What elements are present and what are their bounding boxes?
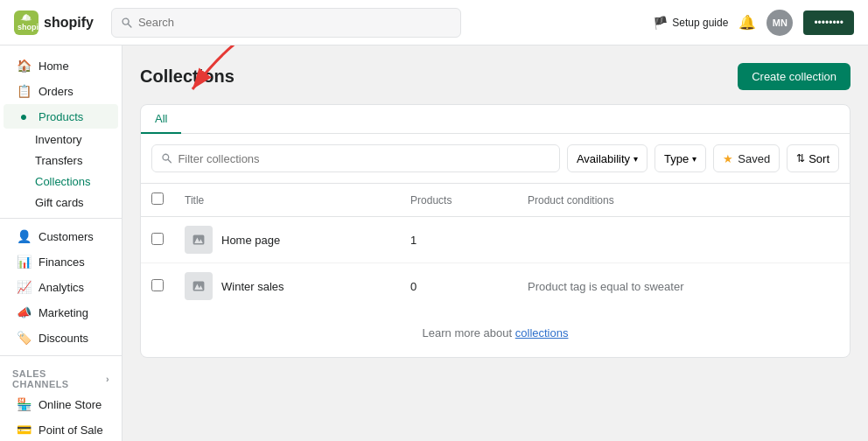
sidebar-label-customers: Customers [38,230,94,243]
filter-collections-input[interactable] [178,152,550,165]
learn-more-section: Learn more about collections [141,309,850,357]
sidebar-sub-inventory[interactable]: Inventory [4,130,118,150]
search-icon [121,17,133,29]
saved-btn[interactable]: ★ Saved [713,144,780,172]
sidebar-sub-collections[interactable]: Collections [4,172,118,192]
row-2-checkbox-cell [141,263,174,310]
table-row: Winter sales 0 Product tag is equal to s… [141,263,850,310]
row-1-collection-name: Home page [185,226,389,254]
flag-icon: 🏴 [653,16,668,30]
svg-text:shopify: shopify [18,23,38,32]
sidebar-item-point-of-sale[interactable]: 💳 Point of Sale [4,417,118,441]
sales-channels-section: Sales channels › [0,361,122,391]
store-button[interactable]: •••••••• [803,10,854,35]
tab-all[interactable]: All [141,105,181,134]
search-bar-container [111,8,461,38]
col-title: Title [174,184,400,217]
sidebar-label-marketing: Marketing [38,306,88,319]
saved-label: Saved [738,152,770,165]
sidebar-label-discounts: Discounts [38,332,88,345]
sort-btn[interactable]: ⇅ Sort [787,144,839,172]
sidebar-label-pos: Point of Sale [38,424,103,437]
sidebar-item-home[interactable]: 🏠 Home [4,53,118,78]
row-2-products-count: 0 [410,280,416,293]
page-title: Collections [140,66,234,87]
type-label: Type [664,152,689,165]
learn-more-link[interactable]: collections [515,326,569,340]
row-2-checkbox[interactable] [151,279,164,291]
expand-icon[interactable]: › [106,374,109,384]
logo[interactable]: shopify shopify [14,10,94,35]
sidebar-item-analytics[interactable]: 📈 Analytics [4,275,118,299]
analytics-icon: 📈 [16,280,32,294]
search-input[interactable] [138,16,452,29]
sidebar-sub-gift-cards[interactable]: Gift cards [4,192,118,213]
learn-more-text: Learn more about [423,326,515,340]
sidebar-label-analytics: Analytics [38,281,84,294]
row-2-thumbnail [185,272,213,300]
sidebar-label-online-store: Online Store [38,398,102,411]
table-header: Title Products Product conditions [141,184,850,217]
sidebar-item-discounts[interactable]: 🏷️ Discounts [4,326,118,350]
table-toolbar: Availability ▾ Type ▾ ★ Saved ⇅ [141,134,850,184]
sidebar-item-finances[interactable]: 📊 Finances [4,249,118,274]
setup-guide-btn[interactable]: 🏴 Setup guide [653,16,728,30]
sales-channels-label: Sales channels [12,368,106,389]
availability-caret-icon: ▾ [634,154,638,164]
pos-icon: 💳 [16,423,32,437]
finances-icon: 📊 [16,255,32,269]
sidebar-item-customers[interactable]: 👤 Customers [4,224,118,248]
sidebar-sub-transfers[interactable]: Transfers [4,150,118,171]
collections-table-card: All Availability ▾ [140,104,850,358]
sidebar-item-online-store[interactable]: 🏪 Online Store [4,392,118,416]
filter-search-icon [161,152,172,164]
row-1-products-cell: 1 [400,217,517,263]
sidebar-item-orders[interactable]: 📋 Orders [4,79,118,103]
page-header: Collections Create collection [140,63,850,90]
row-1-checkbox-cell [141,217,174,263]
shopify-logo-icon: shopify [14,10,38,35]
collections-table: Title Products Product conditions [141,184,850,309]
type-caret-icon: ▾ [692,154,696,164]
col-product-conditions: Product conditions [517,184,850,217]
table-body: Home page 1 [141,217,850,310]
sidebar-item-marketing[interactable]: 📣 Marketing [4,300,118,325]
sidebar-item-products[interactable]: ● Products [4,104,118,129]
row-2-conditions-cell: Product tag is equal to sweater [517,263,850,310]
transfers-label: Transfers [35,154,82,167]
row-1-checkbox[interactable] [151,233,164,245]
sort-label: Sort [808,152,830,165]
row-2-conditions: Product tag is equal to sweater [528,280,684,293]
row-1-title[interactable]: Home page [221,234,280,247]
sidebar-label-products: Products [38,110,83,123]
row-1-title-cell: Home page [174,217,400,263]
row-2-title[interactable]: Winter sales [221,280,284,293]
inventory-label: Inventory [35,133,81,146]
availability-label: Availability [577,152,630,165]
image-icon [192,233,206,247]
avatar[interactable]: MN [766,10,793,36]
main-content: Collections Create collection All [122,46,868,441]
logo-text: shopify [44,15,94,31]
sidebar: 🏠 Home 📋 Orders ● Products Inventory Tra… [0,46,122,441]
sort-arrows-icon: ⇅ [796,152,805,164]
select-all-checkbox[interactable] [151,192,164,205]
row-1-products-count: 1 [410,234,416,247]
top-bar-right: 🏴 Setup guide 🔔 MN •••••••• [653,10,854,36]
top-bar: shopify shopify 🏴 Setup guide 🔔 MN •••••… [0,0,868,46]
availability-filter-btn[interactable]: Availability ▾ [567,144,648,172]
marketing-icon: 📣 [16,305,32,319]
type-filter-btn[interactable]: Type ▾ [654,144,706,172]
sidebar-label-orders: Orders [38,85,74,98]
gift-cards-label: Gift cards [35,196,84,209]
products-icon: ● [16,109,32,123]
sidebar-divider-1 [0,218,122,219]
create-collection-button[interactable]: Create collection [738,63,850,90]
row-2-title-cell: Winter sales [174,263,400,310]
notifications-icon[interactable]: 🔔 [738,14,756,31]
customers-icon: 👤 [16,229,32,243]
tabs-bar: All [141,105,850,134]
discounts-icon: 🏷️ [16,331,32,345]
row-1-conditions-cell [517,217,850,263]
collections-label: Collections [35,175,91,188]
